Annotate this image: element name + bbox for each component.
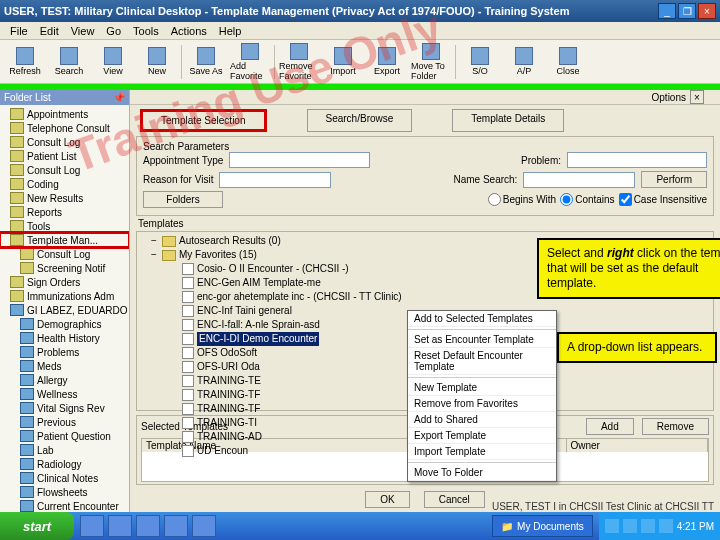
toolbar-export[interactable]: Export (366, 42, 408, 82)
menu-actions[interactable]: Actions (165, 23, 213, 39)
sidebar-item[interactable]: Flowsheets (0, 485, 129, 499)
sidebar-item[interactable]: Current Encounter (0, 499, 129, 512)
toolbar-save-as[interactable]: Save As (185, 42, 227, 82)
tree-node[interactable]: −Autosearch Results (0) (141, 234, 402, 248)
perform-button[interactable]: Perform (641, 171, 707, 188)
tab-template-selection[interactable]: Template Selection (140, 109, 267, 132)
folders-button[interactable]: Folders (143, 191, 223, 208)
panel-close-button[interactable]: × (690, 90, 704, 104)
context-menu-item[interactable]: New Template (408, 380, 556, 396)
sidebar-item[interactable]: Consult Log (0, 135, 129, 149)
toolbar-close[interactable]: Close (547, 42, 589, 82)
ok-button[interactable]: OK (365, 491, 409, 508)
sidebar-item[interactable]: Previous (0, 415, 129, 429)
tree-node[interactable]: ENC-Gen AIM Template-me (141, 276, 402, 290)
toolbar-a/p[interactable]: A/P (503, 42, 545, 82)
tree-node[interactable]: ENC-I-fall: A-nle Sprain-asd (141, 318, 402, 332)
quicklaunch-item[interactable] (164, 515, 188, 537)
tray-icon[interactable] (659, 519, 673, 533)
tree-node[interactable]: OFS OdoSoft (141, 346, 402, 360)
contains-radio[interactable]: Contains (560, 193, 614, 206)
name-search-field[interactable] (523, 172, 635, 188)
toolbar-import[interactable]: Import (322, 42, 364, 82)
sidebar-item[interactable]: Screening Notif (0, 261, 129, 275)
case-insensitive-check[interactable]: Case Insensitive (619, 193, 707, 206)
toolbar-add-favorite[interactable]: Add Favorite (229, 42, 271, 82)
tree-node[interactable]: TRAINING-TF (141, 402, 402, 416)
context-menu-item[interactable]: Move To Folder (408, 465, 556, 481)
toolbar-view[interactable]: View (92, 42, 134, 82)
toolbar-s/o[interactable]: S/O (459, 42, 501, 82)
problem-field[interactable] (567, 152, 707, 168)
options-button[interactable]: Options (652, 92, 686, 103)
templates-tree[interactable]: −Autosearch Results (0)−My Favorites (15… (141, 234, 402, 408)
context-menu-item[interactable]: Export Template (408, 428, 556, 444)
sidebar-item[interactable]: Clinical Notes (0, 471, 129, 485)
tree-node[interactable]: ENC-I-DI Demo Encounter (141, 332, 402, 346)
context-menu-item[interactable]: Set as Encounter Template (408, 332, 556, 348)
col-owner[interactable]: Owner (567, 439, 709, 452)
context-menu-item[interactable]: Import Template (408, 444, 556, 460)
sidebar-item[interactable]: GI LABEZ, EDUARDO (0, 303, 129, 317)
sidebar-item[interactable]: New Results (0, 191, 129, 205)
menu-go[interactable]: Go (100, 23, 127, 39)
menu-tools[interactable]: Tools (127, 23, 165, 39)
toolbar-refresh[interactable]: Refresh (4, 42, 46, 82)
sidebar-item[interactable]: Allergy (0, 373, 129, 387)
sidebar-item[interactable]: Radiology (0, 457, 129, 471)
sidebar-item[interactable]: Demographics (0, 317, 129, 331)
quicklaunch-item[interactable] (108, 515, 132, 537)
begins-with-radio[interactable]: Begins With (488, 193, 556, 206)
menu-view[interactable]: View (65, 23, 101, 39)
minimize-button[interactable]: _ (658, 3, 676, 19)
quicklaunch-item[interactable] (192, 515, 216, 537)
tree-node[interactable]: TRAINING-TF (141, 388, 402, 402)
cancel-button[interactable]: Cancel (424, 491, 485, 508)
close-button[interactable]: × (698, 3, 716, 19)
sidebar-item[interactable]: Problems (0, 345, 129, 359)
sidebar-item[interactable]: Consult Log (0, 247, 129, 261)
pushpin-icon[interactable]: 📌 (113, 92, 125, 103)
sidebar-item[interactable]: Coding (0, 177, 129, 191)
sidebar-item[interactable]: Reports (0, 205, 129, 219)
sidebar-item[interactable]: Template Man... (0, 233, 129, 247)
sidebar-item[interactable]: Sign Orders (0, 275, 129, 289)
taskbar-mydocs[interactable]: 📁 My Documents (492, 515, 593, 537)
tree-node[interactable]: OFS-URI Oda (141, 360, 402, 374)
tree-node[interactable]: Cosio- O II Encounter - (CHCSII -) (141, 262, 402, 276)
tray-icon[interactable] (641, 519, 655, 533)
quicklaunch-item[interactable] (80, 515, 104, 537)
context-menu-item[interactable]: Add to Shared (408, 412, 556, 428)
reason-field[interactable] (219, 172, 331, 188)
sidebar-item[interactable]: Patient List (0, 149, 129, 163)
add-button[interactable]: Add (586, 418, 634, 435)
context-menu-item[interactable]: Remove from Favorites (408, 396, 556, 412)
toolbar-search[interactable]: Search (48, 42, 90, 82)
quicklaunch-item[interactable] (136, 515, 160, 537)
sidebar-item[interactable]: Wellness (0, 387, 129, 401)
sidebar-item[interactable]: Immunizations Adm (0, 289, 129, 303)
start-button[interactable]: start (0, 512, 74, 540)
sidebar-item[interactable]: Consult Log (0, 163, 129, 177)
toolbar-move-to-folder[interactable]: Move To Folder (410, 42, 452, 82)
sidebar-item[interactable]: Tools (0, 219, 129, 233)
sidebar-item[interactable]: Vital Signs Rev (0, 401, 129, 415)
tray-icon[interactable] (623, 519, 637, 533)
sidebar-item[interactable]: Appointments (0, 107, 129, 121)
menu-edit[interactable]: Edit (34, 23, 65, 39)
context-menu-item[interactable]: Reset Default Encounter Template (408, 348, 556, 375)
maximize-button[interactable]: ❐ (678, 3, 696, 19)
tree-node[interactable]: −My Favorites (15) (141, 248, 402, 262)
tray-icon[interactable] (605, 519, 619, 533)
toolbar-new[interactable]: New (136, 42, 178, 82)
remove-button[interactable]: Remove (642, 418, 709, 435)
sidebar-item[interactable]: Telephone Consult (0, 121, 129, 135)
tree-node[interactable]: TRAINING-TE (141, 374, 402, 388)
sidebar-item[interactable]: Lab (0, 443, 129, 457)
tree-node[interactable]: TRAINING-TI (141, 416, 402, 430)
tab-template-details[interactable]: Template Details (452, 109, 564, 132)
sidebar-item[interactable]: Patient Question (0, 429, 129, 443)
tree-node[interactable]: UD Encoun (141, 444, 402, 458)
menu-help[interactable]: Help (213, 23, 248, 39)
appointment-type-field[interactable] (229, 152, 370, 168)
